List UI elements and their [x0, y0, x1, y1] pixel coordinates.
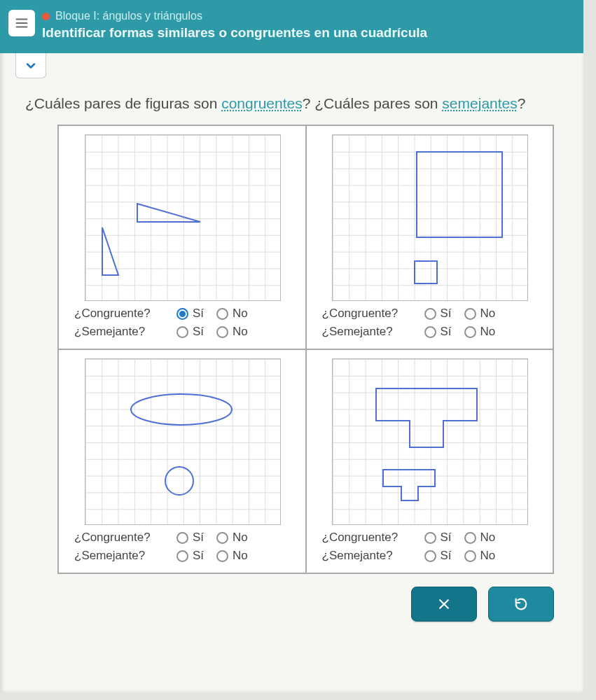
q-mid: ? ¿Cuáles pares son: [303, 95, 443, 111]
radio-c1-similar-no[interactable]: No: [216, 325, 248, 339]
radio-c4-congruent-yes[interactable]: Sí: [424, 531, 452, 545]
radio-c4-congruent-no[interactable]: No: [464, 531, 496, 545]
close-icon: [437, 597, 451, 611]
page-title: Identificar formas similares o congruent…: [42, 25, 572, 41]
svg-marker-1: [137, 204, 200, 222]
shape-square-large: [415, 150, 505, 240]
q-prefix: ¿Cuáles pares de figuras son: [25, 95, 221, 111]
radio-c2-similar-yes[interactable]: Sí: [424, 325, 452, 339]
reset-button[interactable]: [488, 587, 554, 622]
label-semejante: ¿Semejante?: [322, 549, 412, 563]
svg-marker-0: [102, 227, 118, 275]
label-congruente: ¿Congruente?: [322, 531, 412, 545]
radio-c3-congruent-yes[interactable]: Sí: [176, 531, 204, 545]
svg-point-5: [165, 467, 193, 495]
expand-toggle[interactable]: [15, 53, 46, 78]
cell-tshapes: ¿Congruente? Sí No ¿Semejante? Sí No: [305, 350, 553, 573]
radio-c4-similar-yes[interactable]: Sí: [424, 549, 452, 563]
grid-canvas-3: [85, 358, 281, 525]
cell-ovals: ¿Congruente? Sí No ¿Semejante? Sí No: [59, 350, 305, 573]
radio-c3-similar-no[interactable]: No: [216, 549, 248, 563]
grid-canvas-2: [332, 134, 528, 301]
shape-square-small: [413, 260, 440, 286]
chevron-down-icon: [24, 59, 38, 73]
radio-c1-similar-yes[interactable]: Sí: [176, 325, 204, 339]
block-row: Bloque I: ángulos y triángulos: [42, 10, 572, 22]
label-semejante: ¿Semejante?: [74, 549, 164, 563]
label-semejante: ¿Semejante?: [322, 325, 412, 339]
q-suffix: ?: [518, 95, 526, 111]
grid-canvas-4: [332, 358, 528, 525]
radio-c1-congruent-no[interactable]: No: [216, 307, 248, 321]
grid-canvas-1: [85, 134, 281, 301]
reset-icon: [513, 596, 529, 612]
label-congruente: ¿Congruente?: [74, 307, 164, 321]
radio-c1-congruent-yes[interactable]: Sí: [176, 307, 204, 321]
svg-rect-2: [417, 152, 502, 237]
shape-circle: [162, 464, 196, 498]
figure-grid: ¿Congruente? Sí No ¿Semejante? Sí No ¿Co…: [57, 125, 554, 574]
label-semejante: ¿Semejante?: [74, 325, 164, 339]
block-label: Bloque I: ángulos y triángulos: [55, 10, 202, 22]
shape-triangle-small: [101, 226, 129, 276]
radio-c3-similar-yes[interactable]: Sí: [176, 549, 204, 563]
clear-button[interactable]: [411, 587, 477, 622]
label-congruente: ¿Congruente?: [74, 531, 164, 545]
radio-c4-similar-no[interactable]: No: [464, 549, 496, 563]
radio-c2-similar-no[interactable]: No: [464, 325, 496, 339]
page-header: Bloque I: ángulos y triángulos Identific…: [0, 0, 583, 53]
shape-triangle-wide: [136, 202, 203, 225]
action-bar: [0, 587, 554, 622]
shape-ellipse: [129, 391, 234, 428]
radio-c3-congruent-no[interactable]: No: [216, 531, 248, 545]
svg-rect-3: [415, 261, 437, 284]
label-congruente: ¿Congruente?: [322, 307, 412, 321]
svg-point-4: [131, 394, 232, 425]
radio-c2-congruent-no[interactable]: No: [464, 307, 496, 321]
menu-button[interactable]: [8, 10, 35, 36]
block-dot-icon: [42, 13, 50, 20]
link-semejantes[interactable]: semejantes: [442, 95, 517, 111]
link-congruentes[interactable]: congruentes: [221, 95, 303, 111]
question-text: ¿Cuáles pares de figuras son congruentes…: [0, 78, 583, 125]
menu-icon: [14, 15, 29, 31]
shape-t-small: [382, 468, 438, 503]
cell-triangles: ¿Congruente? Sí No ¿Semejante? Sí No: [59, 126, 305, 349]
radio-c2-congruent-yes[interactable]: Sí: [424, 307, 452, 321]
cell-squares: ¿Congruente? Sí No ¿Semejante? Sí No: [305, 126, 553, 349]
shape-t-large: [375, 387, 480, 450]
